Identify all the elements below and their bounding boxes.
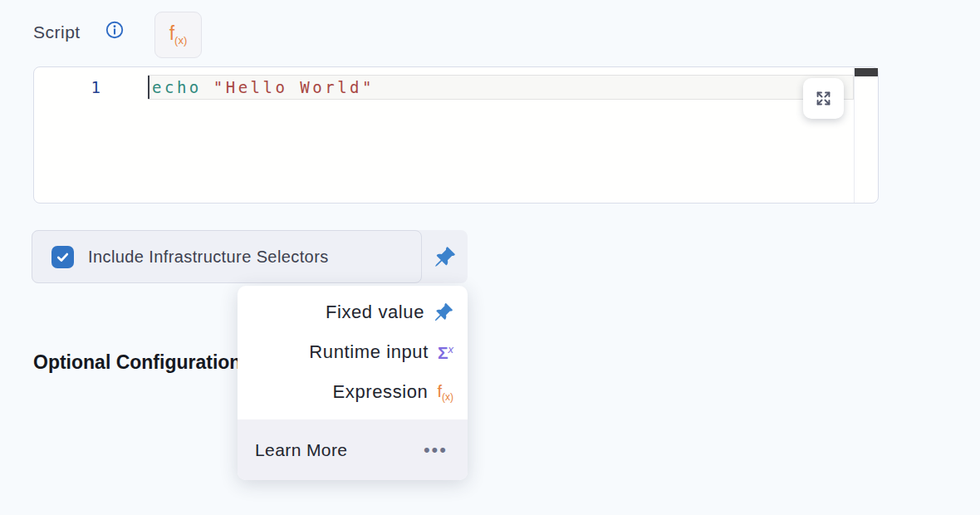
include-infra-selectors-field[interactable]: Include Infrastructure Selectors (32, 230, 422, 283)
fx-icon: f(x) (437, 383, 453, 402)
step-config-panel: Script f(x) 1 echo "Hello World" (0, 0, 980, 515)
optional-configuration-title: Optional Configuration (33, 351, 241, 374)
include-infra-selectors-row: Include Infrastructure Selectors (32, 230, 468, 283)
expand-icon (814, 89, 833, 108)
script-field-label: Script (33, 22, 81, 42)
script-multitype-button[interactable]: f(x) (154, 12, 202, 58)
menu-item-expression[interactable]: Expression f(x) (238, 372, 468, 412)
pin-icon (434, 246, 456, 268)
checkmark-icon (55, 249, 71, 265)
include-infra-label: Include Infrastructure Selectors (88, 248, 329, 267)
learn-more-link[interactable]: Learn More (255, 440, 347, 460)
script-code-editor[interactable]: 1 echo "Hello World" (33, 66, 879, 204)
multitype-dropdown-menu: Fixed value Runtime input Σx Expression … (238, 286, 468, 480)
menu-item-runtime-input[interactable]: Runtime input Σx (238, 332, 468, 372)
minimap-divider (854, 67, 855, 203)
current-line-highlight: echo "Hello World" (148, 75, 854, 100)
menu-item-fixed-value[interactable]: Fixed value (238, 292, 468, 332)
scrollbar-thumb[interactable] (855, 68, 878, 76)
ellipsis-icon[interactable]: ••• (424, 441, 448, 459)
menu-footer: Learn More ••• (238, 419, 468, 480)
code-string-token: "Hello World" (213, 78, 375, 96)
pin-icon (434, 302, 453, 322)
text-cursor (148, 76, 149, 99)
sigma-icon: Σx (438, 344, 453, 361)
include-infra-checkbox[interactable] (51, 246, 74, 268)
code-command-token: echo (152, 78, 202, 96)
infra-multitype-pin-button[interactable] (422, 230, 468, 283)
fx-icon: f(x) (169, 24, 188, 46)
expand-editor-button[interactable] (803, 78, 844, 119)
line-number: 1 (34, 76, 100, 100)
info-icon[interactable] (105, 21, 124, 39)
